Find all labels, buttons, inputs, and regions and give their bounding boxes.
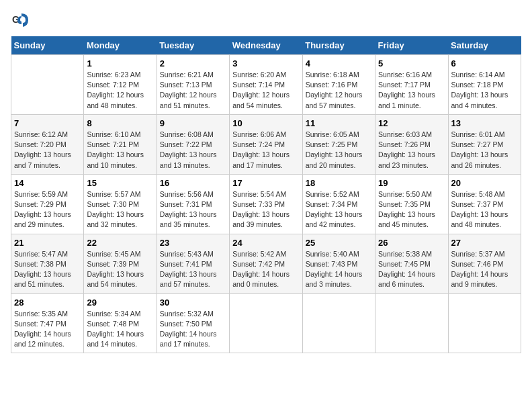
- day-number: 16: [160, 178, 226, 188]
- weekday-header: Sunday: [11, 36, 84, 55]
- day-info: Sunrise: 5:35 AM Sunset: 7:47 PM Dayligh…: [14, 309, 81, 350]
- day-number: 29: [87, 298, 153, 308]
- calendar-week-row: 7Sunrise: 6:12 AM Sunset: 7:20 PM Daylig…: [11, 114, 521, 174]
- weekday-header: Saturday: [448, 36, 521, 55]
- calendar-cell: [230, 293, 302, 353]
- calendar-cell: 23Sunrise: 5:43 AM Sunset: 7:41 PM Dayli…: [157, 234, 229, 293]
- calendar-cell: 28Sunrise: 5:35 AM Sunset: 7:47 PM Dayli…: [11, 293, 84, 353]
- calendar-cell: 3Sunrise: 6:20 AM Sunset: 7:14 PM Daylig…: [230, 55, 302, 115]
- calendar-cell: 21Sunrise: 5:47 AM Sunset: 7:38 PM Dayli…: [11, 234, 84, 293]
- day-info: Sunrise: 6:21 AM Sunset: 7:13 PM Dayligh…: [160, 70, 226, 111]
- header: G: [11, 11, 521, 30]
- day-info: Sunrise: 5:43 AM Sunset: 7:41 PM Dayligh…: [160, 249, 226, 290]
- day-info: Sunrise: 6:12 AM Sunset: 7:20 PM Dayligh…: [14, 130, 81, 171]
- calendar-week-row: 1Sunrise: 6:23 AM Sunset: 7:12 PM Daylig…: [11, 55, 521, 115]
- weekday-header: Thursday: [302, 36, 375, 55]
- weekday-row: SundayMondayTuesdayWednesdayThursdayFrid…: [11, 36, 521, 55]
- day-info: Sunrise: 6:20 AM Sunset: 7:14 PM Dayligh…: [232, 70, 299, 111]
- logo-icon: G: [11, 11, 30, 30]
- day-number: 4: [306, 58, 372, 68]
- day-number: 27: [451, 238, 518, 248]
- calendar-cell: 26Sunrise: 5:38 AM Sunset: 7:45 PM Dayli…: [375, 234, 448, 293]
- calendar-week-row: 28Sunrise: 5:35 AM Sunset: 7:47 PM Dayli…: [11, 293, 521, 353]
- day-info: Sunrise: 6:01 AM Sunset: 7:27 PM Dayligh…: [451, 130, 518, 171]
- weekday-header: Tuesday: [157, 36, 229, 55]
- calendar-cell: 24Sunrise: 5:42 AM Sunset: 7:42 PM Dayli…: [230, 234, 302, 293]
- day-number: 26: [378, 238, 445, 248]
- day-number: 6: [451, 58, 518, 68]
- day-info: Sunrise: 5:52 AM Sunset: 7:34 PM Dayligh…: [306, 189, 372, 230]
- weekday-header: Wednesday: [230, 36, 302, 55]
- day-number: 11: [306, 118, 372, 128]
- day-info: Sunrise: 6:14 AM Sunset: 7:18 PM Dayligh…: [451, 70, 518, 111]
- day-number: 1: [87, 58, 153, 68]
- calendar-cell: 29Sunrise: 5:34 AM Sunset: 7:48 PM Dayli…: [84, 293, 157, 353]
- calendar-cell: 2Sunrise: 6:21 AM Sunset: 7:13 PM Daylig…: [157, 55, 229, 115]
- calendar-cell: 19Sunrise: 5:50 AM Sunset: 7:35 PM Dayli…: [375, 174, 448, 234]
- day-number: 20: [451, 178, 518, 188]
- calendar-week-row: 21Sunrise: 5:47 AM Sunset: 7:38 PM Dayli…: [11, 234, 521, 293]
- day-info: Sunrise: 6:16 AM Sunset: 7:17 PM Dayligh…: [378, 70, 445, 111]
- day-info: Sunrise: 5:37 AM Sunset: 7:46 PM Dayligh…: [451, 249, 518, 290]
- calendar-cell: 10Sunrise: 6:06 AM Sunset: 7:24 PM Dayli…: [230, 114, 302, 174]
- calendar-cell: 18Sunrise: 5:52 AM Sunset: 7:34 PM Dayli…: [302, 174, 375, 234]
- day-number: 28: [14, 298, 81, 308]
- day-info: Sunrise: 5:38 AM Sunset: 7:45 PM Dayligh…: [378, 249, 445, 290]
- day-info: Sunrise: 6:06 AM Sunset: 7:24 PM Dayligh…: [232, 130, 299, 171]
- logo: G: [11, 11, 32, 30]
- calendar-cell: 17Sunrise: 5:54 AM Sunset: 7:33 PM Dayli…: [230, 174, 302, 234]
- day-number: 12: [378, 118, 445, 128]
- calendar-cell: 15Sunrise: 5:57 AM Sunset: 7:30 PM Dayli…: [84, 174, 157, 234]
- day-number: 3: [232, 58, 299, 68]
- calendar-cell: 7Sunrise: 6:12 AM Sunset: 7:20 PM Daylig…: [11, 114, 84, 174]
- day-info: Sunrise: 5:50 AM Sunset: 7:35 PM Dayligh…: [378, 189, 445, 230]
- day-info: Sunrise: 5:34 AM Sunset: 7:48 PM Dayligh…: [87, 309, 153, 350]
- calendar-cell: 22Sunrise: 5:45 AM Sunset: 7:39 PM Dayli…: [84, 234, 157, 293]
- calendar-body: 1Sunrise: 6:23 AM Sunset: 7:12 PM Daylig…: [11, 55, 521, 353]
- day-number: 14: [14, 178, 81, 188]
- day-number: 30: [160, 298, 226, 308]
- day-number: 18: [306, 178, 372, 188]
- calendar-cell: 13Sunrise: 6:01 AM Sunset: 7:27 PM Dayli…: [448, 114, 521, 174]
- day-info: Sunrise: 5:56 AM Sunset: 7:31 PM Dayligh…: [160, 189, 226, 230]
- calendar-cell: 1Sunrise: 6:23 AM Sunset: 7:12 PM Daylig…: [84, 55, 157, 115]
- calendar-cell: [375, 293, 448, 353]
- weekday-header: Monday: [84, 36, 157, 55]
- day-info: Sunrise: 5:54 AM Sunset: 7:33 PM Dayligh…: [232, 189, 299, 230]
- day-number: 25: [306, 238, 372, 248]
- calendar-cell: [448, 293, 521, 353]
- calendar-cell: 12Sunrise: 6:03 AM Sunset: 7:26 PM Dayli…: [375, 114, 448, 174]
- day-number: 23: [160, 238, 226, 248]
- day-number: 9: [160, 118, 226, 128]
- day-info: Sunrise: 5:59 AM Sunset: 7:29 PM Dayligh…: [14, 189, 81, 230]
- day-info: Sunrise: 5:40 AM Sunset: 7:43 PM Dayligh…: [306, 249, 372, 290]
- calendar-cell: 5Sunrise: 6:16 AM Sunset: 7:17 PM Daylig…: [375, 55, 448, 115]
- calendar-table: SundayMondayTuesdayWednesdayThursdayFrid…: [11, 36, 521, 353]
- day-info: Sunrise: 6:08 AM Sunset: 7:22 PM Dayligh…: [160, 130, 226, 171]
- day-number: 2: [160, 58, 226, 68]
- calendar-cell: 25Sunrise: 5:40 AM Sunset: 7:43 PM Dayli…: [302, 234, 375, 293]
- day-number: 7: [14, 118, 81, 128]
- calendar-cell: 9Sunrise: 6:08 AM Sunset: 7:22 PM Daylig…: [157, 114, 229, 174]
- calendar-cell: 27Sunrise: 5:37 AM Sunset: 7:46 PM Dayli…: [448, 234, 521, 293]
- calendar-cell: 30Sunrise: 5:32 AM Sunset: 7:50 PM Dayli…: [157, 293, 229, 353]
- day-info: Sunrise: 6:05 AM Sunset: 7:25 PM Dayligh…: [306, 130, 372, 171]
- calendar-cell: 20Sunrise: 5:48 AM Sunset: 7:37 PM Dayli…: [448, 174, 521, 234]
- calendar-header: SundayMondayTuesdayWednesdayThursdayFrid…: [11, 36, 521, 55]
- calendar-cell: 6Sunrise: 6:14 AM Sunset: 7:18 PM Daylig…: [448, 55, 521, 115]
- day-info: Sunrise: 5:47 AM Sunset: 7:38 PM Dayligh…: [14, 249, 81, 290]
- day-info: Sunrise: 5:45 AM Sunset: 7:39 PM Dayligh…: [87, 249, 153, 290]
- day-info: Sunrise: 6:03 AM Sunset: 7:26 PM Dayligh…: [378, 130, 445, 171]
- day-info: Sunrise: 5:48 AM Sunset: 7:37 PM Dayligh…: [451, 189, 518, 230]
- day-number: 5: [378, 58, 445, 68]
- day-info: Sunrise: 6:10 AM Sunset: 7:21 PM Dayligh…: [87, 130, 153, 171]
- day-info: Sunrise: 5:57 AM Sunset: 7:30 PM Dayligh…: [87, 189, 153, 230]
- calendar-cell: [11, 55, 84, 115]
- calendar-cell: 4Sunrise: 6:18 AM Sunset: 7:16 PM Daylig…: [302, 55, 375, 115]
- calendar-cell: 14Sunrise: 5:59 AM Sunset: 7:29 PM Dayli…: [11, 174, 84, 234]
- calendar-cell: 8Sunrise: 6:10 AM Sunset: 7:21 PM Daylig…: [84, 114, 157, 174]
- day-number: 17: [232, 178, 299, 188]
- day-number: 21: [14, 238, 81, 248]
- day-number: 10: [232, 118, 299, 128]
- day-number: 19: [378, 178, 445, 188]
